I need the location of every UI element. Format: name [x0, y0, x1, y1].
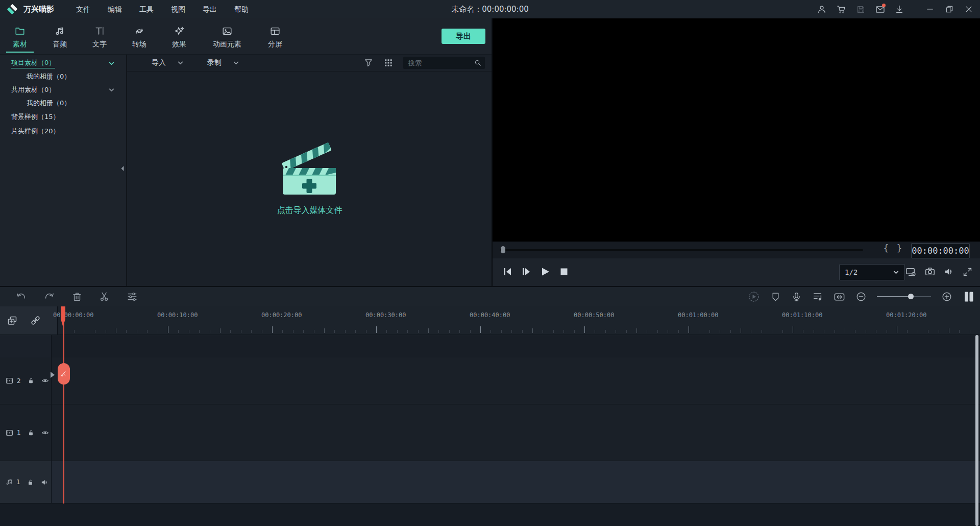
minimize-button[interactable] [924, 3, 936, 15]
chevron-down-icon[interactable] [108, 60, 115, 67]
tab-elements[interactable]: 动画元素 [199, 18, 255, 54]
restore-button[interactable] [943, 3, 955, 15]
tab-media[interactable]: 素材 [0, 18, 40, 54]
add-track-icon[interactable] [6, 315, 18, 327]
download-icon[interactable] [893, 3, 905, 15]
preview-zoom-select[interactable]: 1/2 [839, 264, 905, 280]
lock-track-icon[interactable] [27, 479, 34, 486]
toggle-visibility-icon[interactable] [41, 428, 50, 437]
video-viewport [493, 18, 980, 242]
import-button[interactable]: 导入 [152, 58, 166, 67]
record-button[interactable]: 录制 [207, 58, 222, 67]
delete-icon[interactable] [71, 291, 83, 302]
video-track-2[interactable]: 2 [0, 357, 980, 404]
video-track-2-header: 2 [0, 357, 52, 404]
search-box[interactable] [403, 57, 485, 69]
audio-mixer-icon[interactable] [812, 291, 823, 302]
timeline-scrollbar[interactable] [975, 335, 978, 526]
undo-icon[interactable] [15, 291, 27, 303]
lock-track-icon[interactable] [27, 377, 35, 385]
tab-transition[interactable]: 转场 [119, 18, 159, 54]
timeline-zoom-slider[interactable] [877, 293, 931, 300]
tab-splitscreen[interactable]: 分屏 [255, 18, 295, 54]
preview-timecode: 00:00:00:00 [911, 243, 970, 258]
stop-button[interactable] [558, 266, 570, 277]
menu-bar: 文件 编辑 工具 视图 导出 帮助 [67, 0, 257, 18]
play-button[interactable] [540, 266, 551, 277]
grid-view-icon[interactable] [384, 58, 393, 67]
sidebar-item-background-samples[interactable]: 背景样例（15） [0, 110, 126, 124]
mark-out-icon[interactable]: } [895, 243, 904, 253]
playhead-line[interactable] [63, 306, 64, 504]
tab-audio[interactable]: 音频 [40, 18, 80, 54]
menu-file[interactable]: 文件 [67, 0, 99, 18]
timeline-toolbar [0, 286, 980, 307]
panel-layout-icon[interactable] [963, 291, 975, 303]
zoom-slider-knob[interactable] [908, 294, 914, 299]
video-track-1[interactable]: 1 [0, 404, 980, 461]
mark-in-icon[interactable]: { [881, 243, 891, 253]
media-panel: 导入 录制 [127, 55, 492, 286]
marker-icon[interactable] [770, 292, 781, 302]
collapse-sidebar-handle[interactable] [119, 164, 126, 173]
account-icon[interactable] [816, 3, 828, 15]
voiceover-mic-icon[interactable] [791, 292, 802, 302]
menu-help[interactable]: 帮助 [226, 0, 257, 18]
adjust-sliders-icon[interactable] [127, 291, 138, 302]
ruler-label: 00:00:00:00 [53, 312, 93, 319]
store-cart-icon[interactable] [835, 3, 847, 15]
titlebar: 万兴喵影 文件 编辑 工具 视图 导出 帮助 未命名：00:00:00:00 [0, 0, 980, 19]
sidebar-item-project-media[interactable]: 项目素材（0） [0, 57, 126, 70]
redo-icon[interactable] [43, 291, 55, 303]
search-input[interactable] [407, 59, 474, 67]
messages-icon[interactable] [874, 3, 886, 15]
scrubber-track[interactable] [500, 249, 863, 251]
mute-speaker-icon[interactable] [943, 266, 954, 277]
sidebar-item-my-album-2[interactable]: 我的相册（0） [0, 97, 126, 110]
chevron-down-icon[interactable] [108, 87, 115, 93]
video-track-icon [5, 376, 14, 385]
save-icon[interactable] [854, 3, 867, 15]
import-media-hint: 点击导入媒体文件 [277, 205, 342, 216]
scrubber-handle[interactable] [501, 246, 505, 253]
filter-icon[interactable] [363, 58, 374, 68]
import-chevron-icon[interactable] [177, 60, 184, 66]
tab-text[interactable]: 文字 [80, 18, 119, 54]
folder-icon [14, 26, 26, 37]
next-frame-button[interactable] [521, 266, 532, 277]
timeline-ruler[interactable]: 00:00:00:00 00:00:10:00 00:00:20:00 00:0… [0, 306, 980, 335]
video-track-1-header: 1 [0, 404, 52, 461]
fullscreen-icon[interactable] [962, 267, 973, 277]
lock-track-icon[interactable] [27, 429, 35, 437]
zoom-out-icon[interactable] [855, 291, 867, 302]
menu-export[interactable]: 导出 [194, 0, 226, 18]
render-preview-icon[interactable] [748, 291, 760, 303]
sidebar-item-intro-samples[interactable]: 片头样例（20） [0, 124, 126, 138]
mute-track-icon[interactable] [40, 478, 49, 487]
export-button[interactable]: 导出 [442, 29, 485, 44]
audio-track-1-header: 1 [0, 461, 52, 503]
toggle-visibility-icon[interactable] [41, 376, 50, 385]
media-empty-state[interactable]: 点击导入媒体文件 [127, 71, 492, 286]
menu-view[interactable]: 视图 [162, 0, 194, 18]
zoom-in-icon[interactable] [941, 291, 952, 302]
search-icon[interactable] [474, 59, 482, 67]
sidebar-item-my-album-1[interactable]: 我的相册（0） [0, 70, 126, 83]
audio-track-1[interactable]: 1 [0, 461, 980, 504]
menu-tools[interactable]: 工具 [131, 0, 162, 18]
quick-split-button[interactable] [58, 363, 70, 385]
close-button[interactable] [963, 3, 975, 15]
menu-edit[interactable]: 编辑 [99, 0, 131, 18]
previous-frame-button[interactable] [502, 266, 513, 277]
library-tabbar: 素材 音频 文字 转场 效果 动画元素 分屏 [0, 18, 492, 55]
sidebar-item-shared-media[interactable]: 共用素材（0） [0, 83, 126, 97]
tab-effects[interactable]: 效果 [159, 18, 199, 54]
record-chevron-icon[interactable] [233, 60, 239, 66]
fit-timeline-icon[interactable] [834, 291, 845, 303]
split-scissors-icon[interactable] [99, 291, 110, 302]
snapshot-camera-icon[interactable] [924, 266, 936, 277]
playback-settings-icon[interactable] [905, 266, 917, 278]
image-icon [222, 26, 233, 37]
track-collapse-arrow[interactable] [51, 372, 55, 378]
link-clips-icon[interactable] [30, 315, 41, 326]
